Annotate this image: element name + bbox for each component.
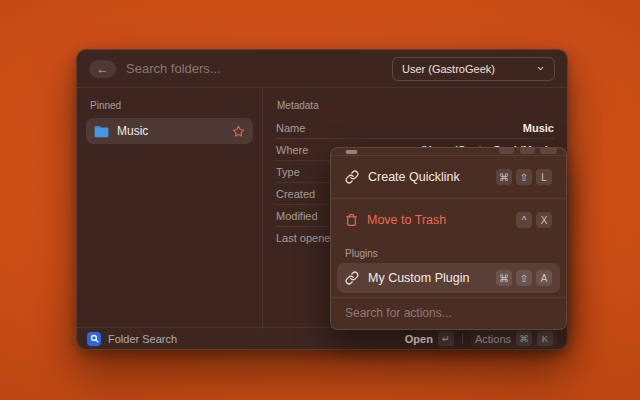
menu-section-plugins: Plugins xyxy=(331,241,566,263)
metadata-label: Name xyxy=(276,122,305,134)
a-key-icon: A xyxy=(536,270,552,286)
search-input[interactable] xyxy=(126,61,382,76)
menu-item-label: Create Quicklink xyxy=(368,170,460,184)
metadata-label: Where xyxy=(276,144,308,156)
clipped-key xyxy=(499,148,514,154)
menu-item-move-to-trash[interactable]: Move to Trash ^ X xyxy=(337,203,560,237)
clipped-icon xyxy=(346,150,357,154)
sidebar-section-label: Pinned xyxy=(90,100,249,111)
open-button[interactable]: Open ↵ xyxy=(405,331,454,346)
metadata-label: Modified xyxy=(276,210,318,222)
command-key-icon: ⌘ xyxy=(496,169,512,185)
metadata-label: Last opened xyxy=(276,232,337,244)
clipped-key xyxy=(540,148,557,154)
l-key-icon: L xyxy=(536,169,552,185)
folder-search-app-icon xyxy=(87,332,101,346)
menu-item-shortcut: ⌘ ⇧ A xyxy=(496,270,552,286)
menu-item-shortcut: ⌘ ⇧ L xyxy=(496,169,552,185)
actions-button[interactable]: Actions ⌘ K xyxy=(471,329,557,348)
menu-item-my-custom-plugin[interactable]: My Custom Plugin ⌘ ⇧ A xyxy=(337,263,560,293)
trash-icon xyxy=(345,213,358,227)
user-dropdown[interactable]: User (GastroGeek) xyxy=(392,57,555,81)
actions-search-input[interactable] xyxy=(331,298,566,329)
raycast-window: ← User (GastroGeek) Pinned Music Met xyxy=(76,49,568,350)
footer-separator xyxy=(462,333,463,344)
shift-key-icon: ⇧ xyxy=(516,270,532,286)
back-arrow-icon: ← xyxy=(97,63,109,75)
x-key-icon: X xyxy=(536,212,552,228)
clipped-key xyxy=(520,148,535,154)
back-button[interactable]: ← xyxy=(89,60,116,78)
metadata-label: Type xyxy=(276,166,300,178)
footer: Folder Search Open ↵ Actions ⌘ K xyxy=(77,327,567,349)
return-key-icon: ↵ xyxy=(438,331,454,346)
sidebar-item-music[interactable]: Music xyxy=(86,118,253,144)
link-icon xyxy=(345,271,359,285)
menu-item-shortcut: ^ X xyxy=(516,212,552,228)
header: ← User (GastroGeek) xyxy=(77,50,567,88)
metadata-label: Created xyxy=(276,188,315,200)
command-key-icon: ⌘ xyxy=(516,331,532,346)
star-icon[interactable] xyxy=(232,125,245,138)
user-dropdown-value: User (GastroGeek) xyxy=(402,63,495,75)
link-icon xyxy=(345,170,359,184)
menu-item-create-quicklink[interactable]: Create Quicklink ⌘ ⇧ L xyxy=(337,160,560,194)
chevron-down-icon xyxy=(536,64,545,73)
clipped-menu-item xyxy=(331,148,566,155)
metadata-title: Metadata xyxy=(277,100,553,111)
actions-label: Actions xyxy=(475,333,511,345)
sidebar: Pinned Music xyxy=(77,88,263,329)
open-label: Open xyxy=(405,333,433,345)
k-key-icon: K xyxy=(537,331,553,346)
menu-item-label: Move to Trash xyxy=(367,213,446,227)
menu-item-label: My Custom Plugin xyxy=(368,271,469,285)
footer-app-label: Folder Search xyxy=(108,333,177,345)
metadata-row-name: Name Music xyxy=(276,117,554,139)
folder-icon xyxy=(94,125,109,138)
sidebar-item-label: Music xyxy=(117,124,148,138)
footer-actions-area: Open ↵ Actions ⌘ K xyxy=(405,329,557,348)
metadata-value: Music xyxy=(523,122,554,134)
actions-menu: Create Quicklink ⌘ ⇧ L Move to Trash ^ X xyxy=(330,147,567,330)
command-key-icon: ⌘ xyxy=(496,270,512,286)
shift-key-icon: ⇧ xyxy=(516,169,532,185)
control-key-icon: ^ xyxy=(516,212,532,228)
